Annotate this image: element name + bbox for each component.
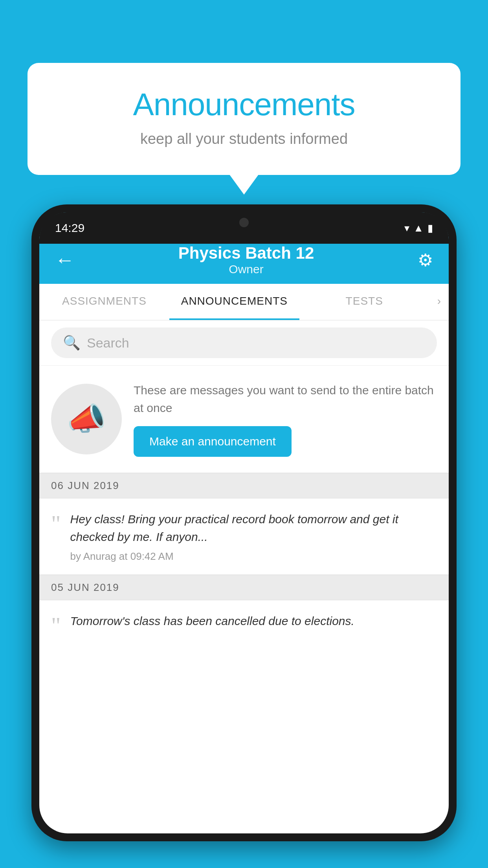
app-bar-title-group: Physics Batch 12 Owner [178,244,314,276]
battery-icon: ▮ [427,222,433,234]
promo-card: 📣 These are messages you want to send to… [39,366,449,473]
tab-more-icon[interactable]: › [429,284,449,320]
phone-outer: 14:29 ▾ ▲ ▮ ← Physics Batch 12 Owner ⚙ [31,204,457,841]
date-separator-1: 06 JUN 2019 [39,473,449,498]
wifi-icon: ▾ [404,222,409,234]
search-icon: 🔍 [63,335,81,351]
search-bar-container: 🔍 Search [39,320,449,366]
promo-content: These are messages you want to send to t… [134,381,437,457]
megaphone-icon-circle: 📣 [51,384,122,454]
quote-icon-1: " [51,512,61,535]
back-button[interactable]: ← [55,248,75,271]
camera-dot [239,218,249,227]
speech-bubble-title: Announcements [59,86,429,123]
announcement-item-1: " Hey class! Bring your practical record… [39,498,449,575]
status-time: 14:29 [55,221,84,235]
announcement-content-2: Tomorrow's class has been cancelled due … [70,612,354,634]
quote-icon-2: " [51,614,61,637]
content-area: 🔍 Search 📣 These are messages you want t… [39,320,449,645]
promo-description: These are messages you want to send to t… [134,381,437,417]
announcement-content-1: Hey class! Bring your practical record b… [70,510,437,563]
app-bar-title: Physics Batch 12 [178,244,314,263]
phone-container: 14:29 ▾ ▲ ▮ ← Physics Batch 12 Owner ⚙ [31,204,457,868]
speech-bubble-container: Announcements keep all your students inf… [28,63,460,175]
announcement-item-2: " Tomorrow's class has been cancelled du… [39,600,449,645]
status-bar: 14:29 ▾ ▲ ▮ [39,212,449,244]
phone-screen: ← Physics Batch 12 Owner ⚙ ASSIGNMENTS A… [39,212,449,833]
announcement-meta-1: by Anurag at 09:42 AM [70,550,437,563]
search-bar[interactable]: 🔍 Search [51,327,437,358]
date-separator-2: 05 JUN 2019 [39,575,449,600]
notch-bump [213,212,275,232]
tab-assignments[interactable]: ASSIGNMENTS [39,284,169,320]
app-bar-subtitle: Owner [178,263,314,276]
settings-icon[interactable]: ⚙ [418,250,433,270]
search-placeholder: Search [87,335,129,351]
megaphone-icon: 📣 [67,401,106,438]
make-announcement-button[interactable]: Make an announcement [134,426,292,457]
speech-bubble-subtitle: keep all your students informed [59,131,429,147]
tabs-bar: ASSIGNMENTS ANNOUNCEMENTS TESTS › [39,284,449,320]
status-icons: ▾ ▲ ▮ [404,222,433,234]
signal-icon: ▲ [413,222,424,234]
announcement-text-2: Tomorrow's class has been cancelled due … [70,612,354,630]
speech-bubble: Announcements keep all your students inf… [28,63,460,175]
announcement-text-1: Hey class! Bring your practical record b… [70,510,437,546]
tab-announcements[interactable]: ANNOUNCEMENTS [169,284,299,320]
tab-tests[interactable]: TESTS [299,284,429,320]
